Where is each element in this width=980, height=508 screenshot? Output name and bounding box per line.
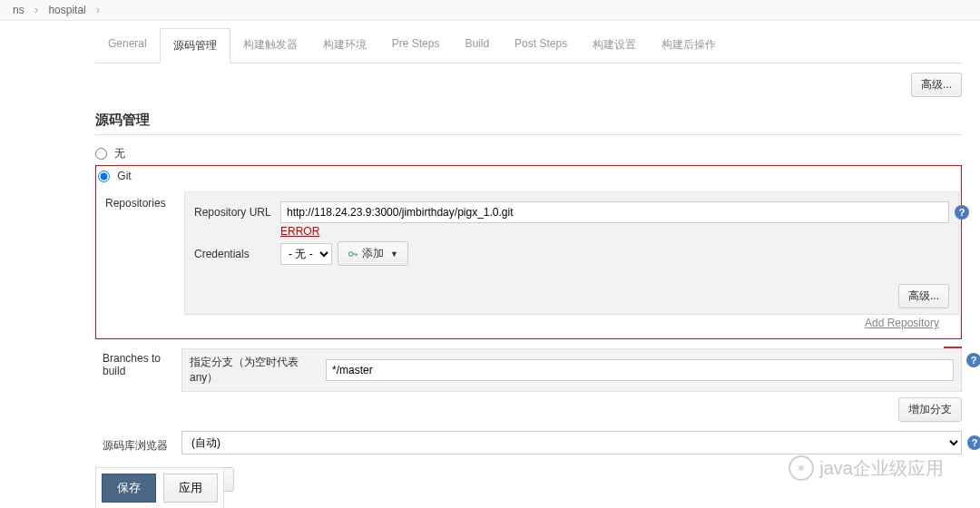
tab-triggers[interactable]: 构建触发器	[230, 28, 310, 63]
caret-down-icon: ▼	[390, 249, 398, 259]
advanced-button[interactable]: 高级...	[911, 73, 962, 97]
repo-error-link[interactable]: ERROR	[280, 225, 949, 238]
branches-label: Branches to build	[95, 347, 181, 422]
breadcrumb-sep: ›	[96, 4, 100, 16]
bottom-action-bar: 保存 应用	[95, 467, 224, 508]
scm-mercurial-row[interactable]: Mercurial	[95, 502, 962, 508]
config-tabs: General 源码管理 构建触发器 构建环境 Pre Steps Build …	[95, 28, 962, 64]
key-icon	[348, 249, 358, 259]
repo-url-input[interactable]	[280, 201, 949, 223]
tab-scm[interactable]: 源码管理	[160, 28, 230, 64]
scm-none-radio-row[interactable]: 无	[95, 142, 962, 165]
tab-build[interactable]: Build	[452, 28, 502, 63]
git-highlight-box: Git Repositories Repository URL ? ERROR …	[95, 165, 962, 339]
scm-section-title: 源码管理	[95, 106, 962, 135]
tab-general[interactable]: General	[95, 28, 160, 63]
add-repository-link[interactable]: Add Repository	[865, 317, 939, 329]
repositories-label: Repositories	[98, 191, 184, 329]
tab-post-steps[interactable]: Post Steps	[502, 28, 580, 63]
repo-url-label: Repository URL	[194, 206, 280, 219]
tab-post-build[interactable]: 构建后操作	[649, 28, 729, 63]
credentials-label: Credentials	[194, 248, 280, 260]
breadcrumb-sep: ›	[34, 4, 38, 16]
scm-none-radio[interactable]	[95, 148, 107, 160]
breadcrumb: ns › hospital ›	[0, 0, 980, 21]
help-icon[interactable]: ?	[955, 205, 969, 220]
branch-input[interactable]	[326, 359, 954, 381]
help-icon[interactable]: ?	[967, 435, 980, 450]
apply-button[interactable]: 应用	[163, 474, 218, 503]
repo-advanced-button[interactable]: 高级...	[898, 284, 949, 308]
tab-pre-steps[interactable]: Pre Steps	[379, 28, 453, 63]
branch-spec-label: 指定分支（为空时代表any）	[190, 355, 326, 386]
repo-browser-select[interactable]: (自动)	[181, 431, 962, 454]
repo-browser-label: 源码库浏览器	[95, 433, 181, 454]
breadcrumb-item[interactable]: hospital	[48, 4, 85, 16]
credentials-select[interactable]: - 无 -	[280, 243, 332, 265]
repository-block: Repository URL ? ERROR Credentials - 无 -	[184, 191, 959, 315]
breadcrumb-item[interactable]: ns	[13, 4, 24, 16]
scm-git-radio-row[interactable]: Git	[98, 166, 959, 186]
scm-git-radio[interactable]	[98, 171, 110, 182]
svg-point-0	[349, 252, 354, 257]
help-icon[interactable]: ?	[966, 353, 980, 367]
add-label: 添加	[362, 246, 384, 261]
tab-env[interactable]: 构建环境	[310, 28, 379, 63]
add-branch-button[interactable]: 增加分支	[898, 397, 962, 422]
scm-none-label: 无	[114, 147, 125, 160]
save-button[interactable]: 保存	[102, 474, 156, 503]
scm-git-label: Git	[117, 170, 131, 182]
credentials-add-button[interactable]: 添加 ▼	[338, 241, 408, 266]
tab-build-settings[interactable]: 构建设置	[580, 28, 649, 63]
